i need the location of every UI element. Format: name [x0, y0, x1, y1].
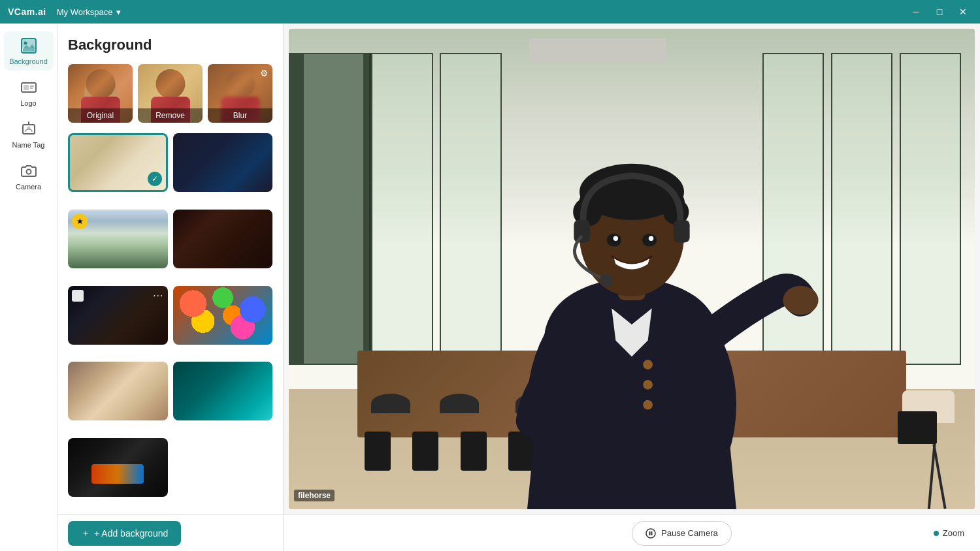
bg-thumb-1[interactable]: ✓	[68, 133, 168, 192]
preset-original-label: Original	[68, 108, 133, 123]
logo-icon	[20, 78, 38, 97]
title-bar: VCam.ai My Workspace ▾ ─ □ ✕	[0, 0, 980, 24]
chevron-down-icon: ▾	[116, 7, 121, 17]
zoom-dot	[934, 531, 939, 536]
window-pane-1	[302, 53, 365, 365]
filehorse-badge: filehorse	[294, 490, 335, 501]
preview-canvas: filehorse	[289, 29, 975, 509]
bg-thumb-9[interactable]	[68, 438, 168, 497]
selected-check: ✓	[148, 172, 162, 186]
svg-rect-1	[22, 39, 36, 48]
background-label: Background	[9, 57, 48, 65]
svg-rect-28	[574, 220, 590, 242]
window-controls: ─ □ ✕	[907, 3, 972, 21]
camera-icon	[20, 162, 38, 180]
bg-thumb-5[interactable]: ···	[68, 286, 168, 345]
add-background-label: + Add background	[94, 528, 168, 539]
logo-label: Logo	[20, 99, 36, 107]
table-lamp-1	[371, 394, 410, 413]
zoom-control[interactable]: Zoom	[934, 528, 964, 538]
bg-thumb-8[interactable]	[173, 362, 273, 420]
chair-1	[365, 432, 391, 471]
background-grid: ✓ ★ ···	[68, 133, 272, 514]
panel-bottom: ＋ + Add background	[57, 514, 283, 551]
svg-point-33	[643, 380, 653, 390]
sidebar-item-nametag[interactable]: Name Tag	[4, 115, 54, 154]
svg-rect-36	[649, 531, 651, 535]
window-pane-6	[900, 53, 962, 365]
panel: Background Original Remove ⚙ Blur	[57, 24, 284, 551]
workspace-selector[interactable]: My Workspace ▾	[57, 7, 122, 17]
preset-blur-label: Blur	[208, 108, 272, 123]
bg-thumb-7[interactable]	[68, 362, 168, 420]
preset-blur[interactable]: ⚙ Blur	[208, 64, 272, 123]
minimize-button[interactable]: ─	[907, 3, 925, 21]
sidebar-item-camera[interactable]: Camera	[4, 157, 54, 196]
preset-remove[interactable]: Remove	[138, 64, 203, 123]
pause-label: Pause Camera	[661, 528, 718, 538]
sidebar-item-background[interactable]: Background	[4, 31, 54, 71]
svg-point-32	[643, 360, 653, 370]
preview-bottom-bar: Pause Camera Zoom	[284, 514, 980, 551]
background-icon	[20, 37, 38, 55]
svg-point-34	[643, 400, 653, 410]
star-badge: ★	[72, 213, 88, 229]
sidebar-item-logo[interactable]: Logo	[4, 73, 54, 112]
pause-camera-button[interactable]: Pause Camera	[632, 521, 732, 546]
bg-thumb-6[interactable]	[173, 286, 273, 345]
zoom-label-text: Zoom	[943, 528, 964, 538]
preset-remove-label: Remove	[138, 108, 203, 123]
svg-rect-37	[651, 531, 653, 535]
svg-rect-29	[674, 220, 690, 242]
square-badge	[72, 290, 84, 302]
close-button[interactable]: ✕	[954, 3, 972, 21]
sidebar: Background Logo	[0, 24, 57, 551]
ceiling-fixture	[529, 39, 666, 63]
maximize-button[interactable]: □	[930, 3, 949, 21]
gear-icon: ⚙	[260, 68, 269, 78]
preview-image: filehorse	[289, 29, 975, 509]
nametag-label: Name Tag	[12, 141, 45, 149]
svg-point-30	[600, 274, 613, 287]
svg-rect-4	[24, 85, 29, 90]
bg-thumb-3[interactable]: ★	[68, 210, 168, 268]
main-layout: Background Logo	[0, 24, 980, 551]
svg-point-27	[649, 236, 653, 240]
bg-thumb-2[interactable]	[173, 133, 273, 192]
preview-area: filehorse Pause Camera Zoom	[284, 24, 980, 551]
bg-thumb-4[interactable]	[173, 210, 273, 268]
app-logo: VCam.ai	[8, 7, 46, 17]
nametag-icon	[20, 120, 38, 138]
add-background-button[interactable]: ＋ + Add background	[68, 521, 181, 546]
workspace-label: My Workspace	[57, 7, 113, 17]
preset-original[interactable]: Original	[68, 64, 133, 123]
pause-icon	[645, 528, 656, 539]
plus-icon: ＋	[81, 527, 90, 539]
panel-title: Background	[68, 37, 272, 54]
svg-point-9	[26, 170, 31, 174]
svg-point-26	[613, 236, 618, 240]
dots-badge: ···	[153, 290, 163, 302]
camera-label: Camera	[16, 183, 41, 191]
svg-point-2	[24, 42, 27, 45]
person-figure	[409, 67, 855, 509]
camera-on-tripod	[898, 411, 937, 444]
svg-point-31	[783, 286, 818, 315]
preset-row: Original Remove ⚙ Blur	[68, 64, 272, 123]
svg-point-35	[646, 529, 655, 538]
